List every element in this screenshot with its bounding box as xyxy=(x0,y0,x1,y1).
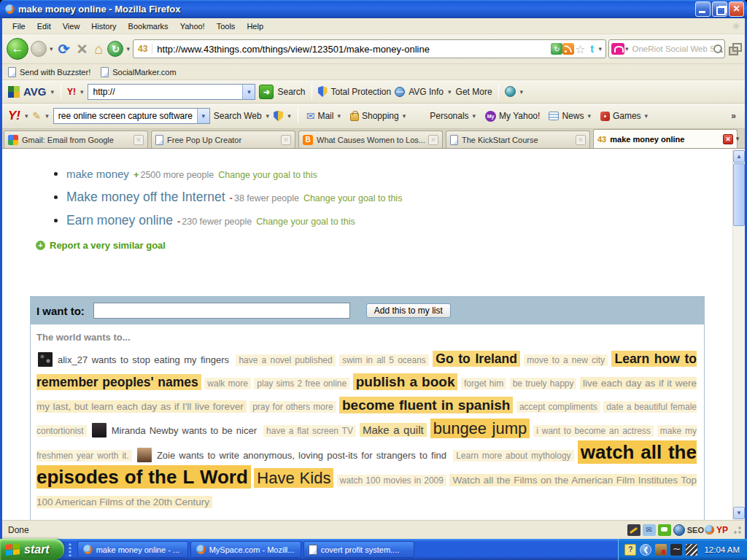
resize-grip[interactable] xyxy=(732,525,742,534)
cloud-tag[interactable]: walk more xyxy=(204,378,251,389)
cloud-tag[interactable]: Have Kids xyxy=(254,468,333,488)
chat-extension-icon[interactable] xyxy=(658,524,671,536)
scroll-down-button[interactable]: ▼ xyxy=(733,507,745,519)
cloud-tag[interactable]: i want to become an actress xyxy=(533,425,653,437)
taskbar-window-covert-profit-system[interactable]: covert profit system.... xyxy=(303,541,414,558)
mail-extension-icon[interactable]: ✉ xyxy=(643,524,656,536)
user-goal-link[interactable]: Zoie wants to write anonymous, loving po… xyxy=(154,449,449,462)
avg-info-caret[interactable]: ▾ xyxy=(447,88,452,96)
tab-close-button[interactable]: ✕ xyxy=(428,135,438,145)
scrollbar-thumb[interactable] xyxy=(733,163,745,226)
fastdial-button[interactable]: ↻ xyxy=(107,41,123,57)
menu-yahoo[interactable]: Yahoo! xyxy=(174,20,211,33)
key-extension-icon[interactable] xyxy=(627,524,640,536)
cloud-tag[interactable]: become fluent in spanish xyxy=(339,397,513,413)
yahoo-search-badge[interactable]: Y! xyxy=(67,87,76,97)
goal-link[interactable]: make money xyxy=(66,168,129,180)
oneriot-search-box[interactable]: ▾ OneRiot Social Web Search xyxy=(608,39,725,58)
user-goal-link[interactable]: alix_27 wants to stop eating my fingers xyxy=(55,354,232,366)
goal-link[interactable]: Earn money online xyxy=(66,213,173,228)
cloud-tag[interactable]: watch 100 movies in 2009 xyxy=(337,475,446,486)
cloud-tag[interactable]: Learn more about mythology xyxy=(453,450,573,462)
tray-stripes-icon[interactable] xyxy=(686,544,697,556)
report-similar-goal-link[interactable]: Report a very similar goal xyxy=(50,240,166,251)
yahoo-search-input[interactable]: ree online screen capture software ▾ xyxy=(53,108,210,124)
globe-extension-icon[interactable] xyxy=(673,524,685,536)
stop-button[interactable]: ✕ xyxy=(74,41,90,58)
scroll-up-button[interactable]: ▲ xyxy=(733,150,745,163)
yahoo-shield-caret[interactable]: ▾ xyxy=(287,112,292,120)
yahoo-search-value[interactable]: ree online screen capture software xyxy=(54,111,197,121)
change-goal-link[interactable]: Change your goal to this xyxy=(256,217,355,227)
restore-button[interactable] xyxy=(712,1,727,17)
urlbar-dropdown-caret[interactable]: ▾ xyxy=(597,45,603,52)
home-button[interactable]: ⌂ xyxy=(92,41,105,58)
cloud-tag[interactable]: swim in all 5 oceans xyxy=(339,354,429,366)
cloud-tag[interactable]: move to a new city xyxy=(524,354,608,366)
yahoo-shopping[interactable]: Shopping▾ xyxy=(348,109,409,122)
avg-total-protection[interactable]: Total Protection xyxy=(331,87,392,97)
avg-extra-icon[interactable] xyxy=(505,86,516,97)
toolbar-overflow-chevron[interactable]: » xyxy=(731,111,739,121)
tab-what-causes-women-to-los[interactable]: BWhat Causes Women to Los...✕ xyxy=(298,131,443,148)
search-web-button[interactable]: Search Web xyxy=(214,111,262,121)
tray-disk-icon[interactable] xyxy=(655,544,667,556)
vertical-scrollbar[interactable]: ▲ ▼ xyxy=(732,149,745,520)
cloud-tag[interactable]: forget him xyxy=(461,378,506,389)
goal-link[interactable]: Make money off the Internet xyxy=(66,190,225,204)
twitter-icon[interactable]: t xyxy=(586,43,597,55)
tab-close-button[interactable]: ✕ xyxy=(281,135,291,145)
tab-make-money-online[interactable]: 43make money online✕ xyxy=(593,129,738,148)
fastdial-dropdown-caret[interactable]: ▾ xyxy=(125,45,131,52)
yahoo-personals[interactable]: Personals▾ xyxy=(413,109,479,122)
oneriot-share-icon[interactable]: ↻ xyxy=(551,43,562,55)
avg-search-value[interactable]: http:// xyxy=(88,87,242,97)
cloud-tag[interactable]: publish a book xyxy=(353,373,458,390)
tab-list-dropdown[interactable]: ▾ xyxy=(732,132,743,145)
search-placeholder[interactable]: OneRiot Social Web Search xyxy=(630,44,713,53)
rss-feed-icon[interactable] xyxy=(562,43,574,55)
forward-button[interactable]: → xyxy=(31,41,47,57)
menu-bookmarks[interactable]: Bookmarks xyxy=(123,20,174,33)
change-goal-link[interactable]: Change your goal to this xyxy=(218,170,317,180)
back-button[interactable]: ← xyxy=(7,38,28,60)
start-button[interactable]: start xyxy=(0,539,64,560)
pencil-caret[interactable]: ▾ xyxy=(44,112,50,120)
dropdown-caret[interactable]: ▾ xyxy=(336,112,341,120)
add-to-list-button[interactable]: Add this to my list xyxy=(366,303,451,318)
tab-close-button[interactable]: ✕ xyxy=(133,135,144,145)
menu-view[interactable]: View xyxy=(57,20,86,33)
yahoo-shield-icon[interactable] xyxy=(274,111,283,122)
yahoo-games[interactable]: Games▾ xyxy=(598,109,651,122)
menu-history[interactable]: History xyxy=(85,20,122,33)
menu-edit[interactable]: Edit xyxy=(31,20,57,33)
dropdown-caret[interactable]: ▾ xyxy=(402,112,407,120)
yahoo-my-yahoo[interactable]: MyMy Yahoo! xyxy=(483,109,542,123)
tab-the-kickstart-course[interactable]: The KickStart Course✕ xyxy=(446,131,590,148)
tray-question-icon[interactable]: ? xyxy=(624,544,636,556)
dropdown-caret[interactable]: ▾ xyxy=(587,112,592,120)
address-bar[interactable]: 43 http://www.43things.com/things/view/1… xyxy=(133,39,606,58)
bookmark-socialmarker-com[interactable]: SocialMarker.com xyxy=(101,67,176,77)
cloud-tag[interactable]: Make a quilt xyxy=(360,423,427,437)
yahoo-mail[interactable]: ✉Mail▾ xyxy=(304,109,344,123)
bookmark-star-icon[interactable]: ☆ xyxy=(574,43,586,55)
history-dropdown-caret[interactable]: ▾ xyxy=(49,45,54,52)
show-hidden-icons-button[interactable]: ❮ xyxy=(640,544,651,556)
minimize-button[interactable] xyxy=(695,1,711,17)
yahoo-search-dropdown[interactable]: ▾ xyxy=(197,109,209,123)
cloud-tag[interactable]: play sims 2 free online xyxy=(254,378,349,389)
avg-get-more[interactable]: Get More xyxy=(456,87,492,97)
avg-search-go-button[interactable]: ➜ xyxy=(259,85,274,99)
avg-search-dropdown[interactable]: ▾ xyxy=(242,85,255,99)
cloud-tag[interactable]: pray for others more xyxy=(249,401,336,413)
menu-tools[interactable]: Tools xyxy=(211,20,241,33)
user-avatar[interactable] xyxy=(137,448,152,462)
restore-tabs-icon[interactable] xyxy=(727,42,740,55)
tab-gmail-email-from-google[interactable]: Gmail: Email from Google✕ xyxy=(4,131,148,148)
menu-help[interactable]: Help xyxy=(241,20,269,33)
user-goal-link[interactable]: Miranda Newby wants to be nicer xyxy=(109,424,260,437)
cloud-tag[interactable]: have a flat screen TV xyxy=(263,425,356,437)
search-web-caret[interactable]: ▾ xyxy=(266,112,271,120)
goal-input[interactable] xyxy=(93,303,350,319)
